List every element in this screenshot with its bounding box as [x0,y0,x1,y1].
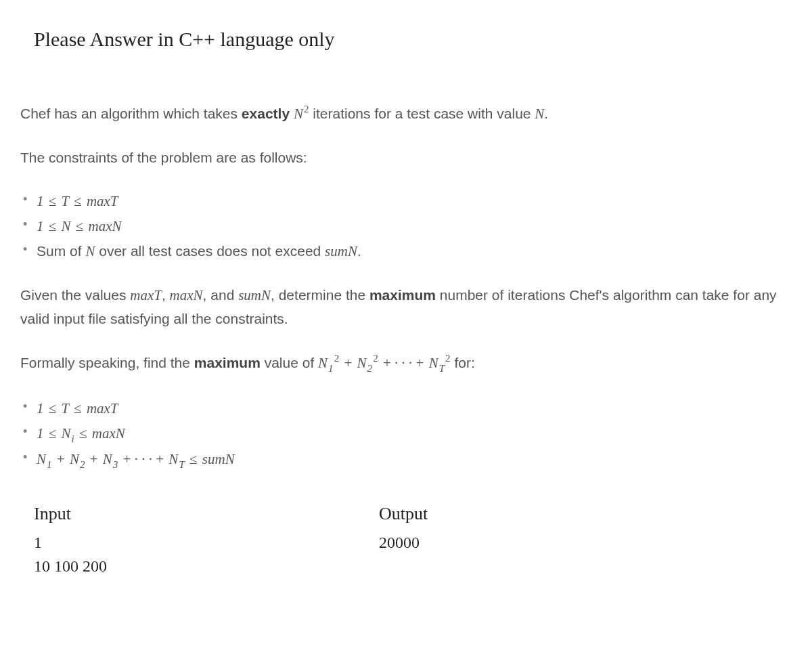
math-n: N [85,243,95,259]
math-maxt: maxT [130,287,162,303]
text: iterations for a test case with value [309,106,535,121]
constraint-math: 1 ≤ T ≤ maxT [37,400,118,416]
text: Formally speaking, find the [20,355,194,370]
page-title: Please Answer in C++ language only [34,24,792,54]
constraint-item: 1 ≤ T ≤ maxT [22,189,792,214]
text: over all test cases does not exceed [95,243,325,259]
constraint-math: 1 ≤ Ni ≤ maxN [37,425,125,442]
input-label: Input [34,500,379,527]
text: , determine the [271,287,369,303]
constraints-list-1: 1 ≤ T ≤ maxT 1 ≤ N ≤ maxN Sum of N over … [20,189,792,263]
math-maxn: maxN [170,287,203,303]
constraint-math: 1 ≤ T ≤ maxT [37,193,118,209]
problem-statement: Given the values maxT, maxN, and sumN, d… [20,284,792,330]
constraint-math: 1 ≤ N ≤ maxN [37,218,122,234]
math-n-squared: N2 [294,106,309,122]
text: , and [203,287,239,303]
text: Chef has an algorithm which takes [20,106,242,121]
problem-intro: Chef has an algorithm which takes exactl… [20,102,792,126]
output-column: Output 20000 [379,500,650,578]
output-label: Output [379,500,650,527]
constraint-item: 1 ≤ Ni ≤ maxN [22,421,792,448]
math-sumn: sumN [325,243,357,259]
io-example: Input 1 10 100 200 Output 20000 [34,500,792,578]
bold-maximum: maximum [369,287,436,303]
input-column: Input 1 10 100 200 [34,500,379,578]
math-sum-of-squares: N12 + N22 + · · · + NT2 [318,355,451,371]
constraint-item: 1 ≤ T ≤ maxT [22,396,792,421]
text: Sum of [37,243,85,259]
bold-exactly: exactly [242,106,290,121]
text: value of [261,355,318,370]
output-text: 20000 [379,531,650,555]
math-n: N [535,106,544,122]
text: Given the values [20,287,130,303]
formal-statement: Formally speaking, find the maximum valu… [20,351,792,376]
bold-maximum: maximum [194,355,261,370]
constraint-item: N1 + N2 + N3 + · · · + NT ≤ sumN [22,447,792,473]
constraint-item: Sum of N over all test cases does not ex… [22,239,792,264]
constraint-item: 1 ≤ N ≤ maxN [22,214,792,239]
constraints-intro: The constraints of the problem are as fo… [20,146,792,169]
math-sumn: sumN [238,287,271,303]
constraints-list-2: 1 ≤ T ≤ maxT 1 ≤ Ni ≤ maxN N1 + N2 + N3 … [20,396,792,473]
input-text: 1 10 100 200 [34,531,379,578]
constraint-math: N1 + N2 + N3 + · · · + NT ≤ sumN [37,451,235,467]
text: for: [451,355,475,370]
